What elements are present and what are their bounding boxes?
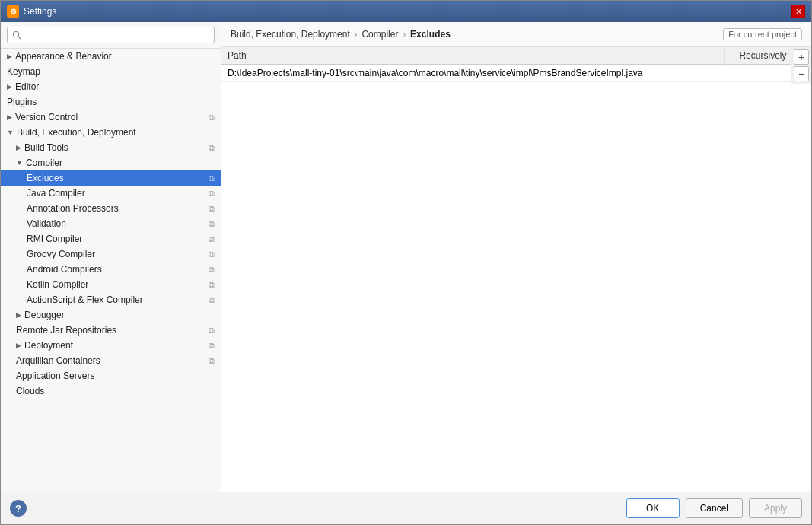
copy-icon: ⧉ — [209, 280, 215, 290]
title-bar-left: ⚙ Settings — [7, 5, 56, 18]
sidebar-item-android-compilers[interactable]: Android Compilers ⧉ — [1, 262, 221, 277]
sidebar-item-groovy-compiler[interactable]: Groovy Compiler ⧉ — [1, 247, 221, 262]
table-row[interactable]: D:\IdeaProjects\mall-tiny-01\src\main\ja… — [221, 65, 811, 82]
sidebar-item-kotlin-compiler[interactable]: Kotlin Compiler ⧉ — [1, 277, 221, 292]
sidebar-item-label: Editor — [15, 81, 39, 92]
sidebar-item-deployment[interactable]: ▶ Deployment ⧉ — [1, 338, 221, 353]
sidebar-item-remote-jar[interactable]: Remote Jar Repositories ⧉ — [1, 323, 221, 338]
expand-icon: ▶ — [7, 52, 12, 60]
expand-icon: ▶ — [16, 342, 21, 349]
breadcrumb-part-3: Excludes — [410, 29, 451, 40]
sidebar-item-label: Deployment — [24, 340, 73, 351]
sidebar-item-keymap[interactable]: Keymap — [1, 64, 221, 79]
sidebar-tree: ▶ Appearance & Behavior Keymap ▶ Editor … — [1, 49, 221, 492]
copy-icon: ⧉ — [209, 204, 215, 214]
sidebar-item-label: Kotlin Compiler — [27, 279, 88, 290]
sidebar-item-rmi-compiler[interactable]: RMI Compiler ⧉ — [1, 231, 221, 247]
sidebar-item-label: Java Compiler — [27, 188, 85, 199]
sidebar-item-clouds[interactable]: Clouds — [1, 383, 221, 399]
sidebar-item-compiler[interactable]: ▼ Compiler — [1, 155, 221, 170]
copy-icon: ⧉ — [209, 113, 215, 123]
breadcrumb: Build, Execution, Deployment › Compiler … — [221, 22, 811, 47]
sidebar-item-excludes[interactable]: Excludes ⧉ — [1, 170, 221, 186]
expand-icon: ▶ — [7, 83, 12, 91]
table-area: Path Recursively D:\IdeaProjects\mall-ti… — [221, 47, 811, 492]
dialog-buttons: OK Cancel Apply — [626, 498, 802, 518]
sidebar-item-label: Validation — [27, 218, 66, 229]
expand-icon: ▼ — [16, 159, 23, 167]
sidebar-item-debugger[interactable]: ▶ Debugger — [1, 307, 221, 323]
breadcrumb-sep-1: › — [355, 30, 358, 39]
expand-icon: ▼ — [7, 129, 14, 136]
ok-button[interactable]: OK — [626, 498, 680, 518]
project-badge[interactable]: For current project — [723, 28, 802, 40]
sidebar-item-label: Build Tools — [24, 142, 68, 153]
sidebar-item-label: Keymap — [7, 66, 40, 77]
sidebar-item-actionscript-compiler[interactable]: ActionScript & Flex Compiler ⧉ — [1, 292, 221, 307]
expand-icon: ▶ — [16, 311, 21, 319]
sidebar-item-label: Excludes — [27, 173, 64, 183]
sidebar-item-label: Clouds — [16, 386, 44, 396]
sidebar-item-label: Debugger — [24, 310, 65, 320]
sidebar-item-annotation-processors[interactable]: Annotation Processors ⧉ — [1, 201, 221, 216]
sidebar-item-java-compiler[interactable]: Java Compiler ⧉ — [1, 186, 221, 201]
copy-icon: ⧉ — [209, 356, 215, 366]
excludes-table: Path Recursively D:\IdeaProjects\mall-ti… — [221, 47, 811, 82]
table-cell-path: D:\IdeaProjects\mall-tiny-01\src\main\ja… — [221, 65, 724, 82]
table-action-buttons: + − — [791, 47, 811, 84]
settings-window: ⚙ Settings ✕ ▶ Appearance & Behavior Key… — [0, 0, 812, 525]
search-box — [1, 22, 221, 49]
expand-icon: ▶ — [16, 144, 21, 151]
sidebar-item-label: RMI Compiler — [27, 234, 82, 244]
sidebar-item-label: ActionScript & Flex Compiler — [27, 294, 143, 305]
col-path-header: Path — [221, 47, 724, 65]
content-area: ▶ Appearance & Behavior Keymap ▶ Editor … — [1, 22, 811, 492]
sidebar-item-plugins[interactable]: Plugins — [1, 94, 221, 110]
sidebar-item-build-execution[interactable]: ▼ Build, Execution, Deployment — [1, 125, 221, 140]
project-badge-label: For current project — [728, 30, 797, 39]
breadcrumb-part-2: Compiler — [361, 29, 398, 40]
copy-icon: ⧉ — [209, 189, 215, 199]
expand-icon: ▶ — [7, 113, 12, 121]
sidebar: ▶ Appearance & Behavior Keymap ▶ Editor … — [1, 22, 221, 492]
copy-icon: ⧉ — [209, 326, 215, 336]
bottom-bar: ? OK Cancel Apply — [1, 492, 811, 524]
app-icon: ⚙ — [7, 5, 19, 18]
sidebar-item-label: Remote Jar Repositories — [16, 325, 116, 336]
sidebar-item-label: Version Control — [15, 112, 78, 123]
copy-icon: ⧉ — [209, 295, 215, 305]
copy-icon: ⧉ — [209, 234, 215, 244]
sidebar-item-app-servers[interactable]: Application Servers — [1, 368, 221, 383]
copy-icon: ⧉ — [209, 341, 215, 351]
sidebar-item-version-control[interactable]: ▶ Version Control ⧉ — [1, 110, 221, 125]
main-panel: Build, Execution, Deployment › Compiler … — [221, 22, 811, 492]
table-cell-recursive — [724, 65, 793, 82]
sidebar-item-editor[interactable]: ▶ Editor — [1, 79, 221, 94]
copy-icon: ⧉ — [209, 143, 215, 153]
copy-icon: ⧉ — [209, 250, 215, 259]
cancel-button[interactable]: Cancel — [686, 498, 743, 518]
apply-button[interactable]: Apply — [749, 498, 802, 518]
sidebar-item-arquillian[interactable]: Arquillian Containers ⧉ — [1, 353, 221, 368]
sidebar-item-appearance[interactable]: ▶ Appearance & Behavior — [1, 49, 221, 64]
breadcrumb-part-1: Build, Execution, Deployment — [231, 29, 350, 40]
help-button[interactable]: ? — [10, 500, 27, 517]
copy-icon: ⧉ — [209, 173, 215, 183]
copy-icon: ⧉ — [209, 219, 215, 229]
col-recursive-header: Recursively — [724, 47, 793, 65]
sidebar-item-label: Appearance & Behavior — [15, 51, 112, 62]
add-path-button[interactable]: + — [794, 49, 809, 65]
title-bar: ⚙ Settings ✕ — [1, 1, 811, 22]
sidebar-item-label: Build, Execution, Deployment — [17, 127, 136, 138]
close-button[interactable]: ✕ — [791, 5, 805, 18]
sidebar-item-label: Annotation Processors — [27, 203, 119, 214]
sidebar-item-label: Android Compilers — [27, 264, 102, 275]
sidebar-item-label: Plugins — [7, 97, 37, 107]
search-input[interactable] — [7, 27, 215, 43]
remove-path-button[interactable]: − — [794, 66, 809, 81]
sidebar-item-label: Groovy Compiler — [27, 249, 95, 259]
sidebar-item-validation[interactable]: Validation ⧉ — [1, 216, 221, 231]
window-title: Settings — [24, 6, 56, 17]
sidebar-item-build-tools[interactable]: ▶ Build Tools ⧉ — [1, 140, 221, 155]
sidebar-item-label: Compiler — [26, 158, 62, 168]
